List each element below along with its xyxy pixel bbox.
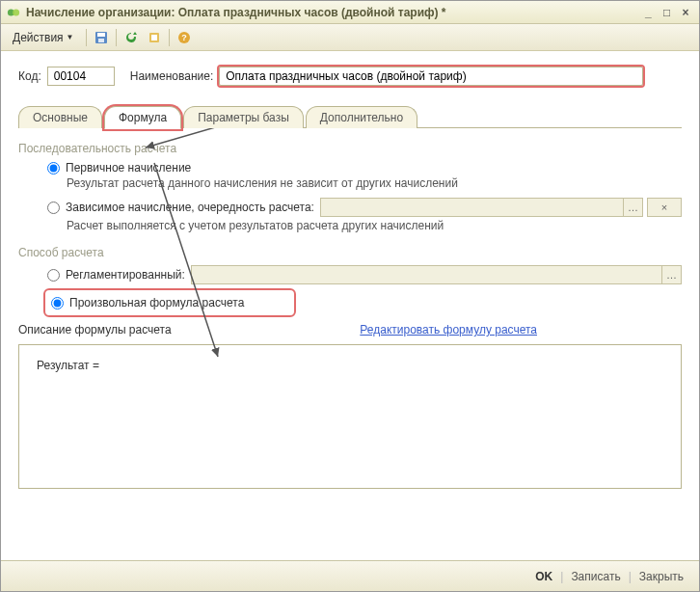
- maximize-button[interactable]: □: [660, 6, 675, 19]
- footer: OK | Записать | Закрыть: [1, 560, 699, 591]
- save-button[interactable]: Записать: [567, 568, 624, 585]
- actions-menu[interactable]: Действия ▼: [7, 29, 80, 46]
- method-section-title: Способ расчета: [18, 246, 682, 259]
- ellipsis-icon[interactable]: …: [661, 266, 681, 283]
- radio-regulated-row: Регламентированный: …: [47, 265, 682, 284]
- radio-dependent-row: Зависимое начисление, очередность расчет…: [47, 198, 682, 217]
- close-icon[interactable]: ×: [648, 199, 681, 216]
- save-icon[interactable]: [93, 29, 110, 46]
- dependent-order-field[interactable]: …: [320, 198, 643, 217]
- regulated-field[interactable]: …: [191, 265, 682, 284]
- svg-rect-3: [97, 33, 105, 37]
- tabs: Основные Формула Параметры базы Дополнит…: [18, 105, 682, 128]
- window-title: Начисление организации: Оплата праздничн…: [26, 6, 640, 19]
- separator: [86, 29, 87, 46]
- clear-field-button[interactable]: ×: [647, 198, 682, 217]
- svg-point-1: [13, 9, 19, 15]
- header-row: Код: Наименование:: [18, 67, 682, 86]
- name-label: Наименование:: [130, 69, 214, 83]
- settings-icon[interactable]: [146, 29, 163, 46]
- radio-primary-label: Первичное начисление: [66, 161, 191, 175]
- close-button[interactable]: ×: [678, 6, 693, 19]
- separator: [116, 29, 117, 46]
- radio-dependent-label: Зависимое начисление, очередность расчет…: [66, 201, 314, 214]
- radio-primary-row: Первичное начисление: [47, 161, 682, 175]
- ok-button[interactable]: OK: [531, 568, 556, 585]
- tab-formula[interactable]: Формула: [104, 106, 181, 129]
- formula-text: Результат =: [37, 359, 99, 372]
- svg-text:?: ?: [181, 33, 187, 42]
- tab-main[interactable]: Основные: [18, 106, 102, 128]
- close-window-button[interactable]: Закрыть: [635, 568, 687, 585]
- actions-label: Действия: [13, 31, 64, 44]
- radio-custom[interactable]: [51, 297, 64, 309]
- refresh-icon[interactable]: [122, 29, 140, 46]
- radio-custom-row: Произвольная формула расчета: [47, 292, 682, 313]
- minimize-button[interactable]: _: [640, 6, 656, 19]
- formula-label: Описание формулы расчета: [18, 323, 172, 336]
- tab-base-params[interactable]: Параметры базы: [183, 106, 304, 128]
- formula-body: Результат =: [18, 344, 682, 489]
- window-controls: _ □ ×: [640, 6, 693, 19]
- radio-dependent[interactable]: [47, 202, 60, 214]
- titlebar: Начисление организации: Оплата праздничн…: [1, 1, 699, 24]
- window: Начисление организации: Оплата праздничн…: [0, 0, 700, 592]
- radio-primary-desc: Результат расчета данного начисления не …: [67, 176, 682, 190]
- app-icon: [7, 6, 20, 19]
- sequence-section-title: Последовательность расчета: [18, 142, 682, 155]
- ellipsis-icon[interactable]: …: [623, 199, 642, 216]
- radio-dependent-desc: Расчет выполняется с учетом результатов …: [67, 219, 682, 232]
- separator: [169, 29, 170, 46]
- content: Код: Наименование: Основные Формула Пара…: [1, 51, 699, 560]
- separator: |: [560, 570, 563, 583]
- formula-header: Описание формулы расчета Редактировать ф…: [18, 323, 682, 336]
- code-label: Код:: [18, 69, 41, 83]
- chevron-down-icon: ▼: [67, 33, 74, 41]
- separator: |: [629, 570, 632, 583]
- radio-regulated-label: Регламентированный:: [66, 268, 185, 282]
- tab-additional[interactable]: Дополнительно: [306, 106, 417, 128]
- name-input[interactable]: [219, 67, 643, 86]
- code-input[interactable]: [47, 67, 115, 86]
- help-icon[interactable]: ?: [175, 29, 193, 46]
- svg-rect-6: [151, 35, 157, 40]
- radio-regulated[interactable]: [47, 269, 60, 282]
- radio-custom-label: Произвольная формула расчета: [69, 296, 244, 309]
- radio-primary[interactable]: [47, 162, 60, 175]
- toolbar: Действия ▼ ?: [1, 24, 699, 51]
- edit-formula-link[interactable]: Редактировать формулу расчета: [360, 323, 537, 336]
- svg-rect-4: [98, 39, 104, 42]
